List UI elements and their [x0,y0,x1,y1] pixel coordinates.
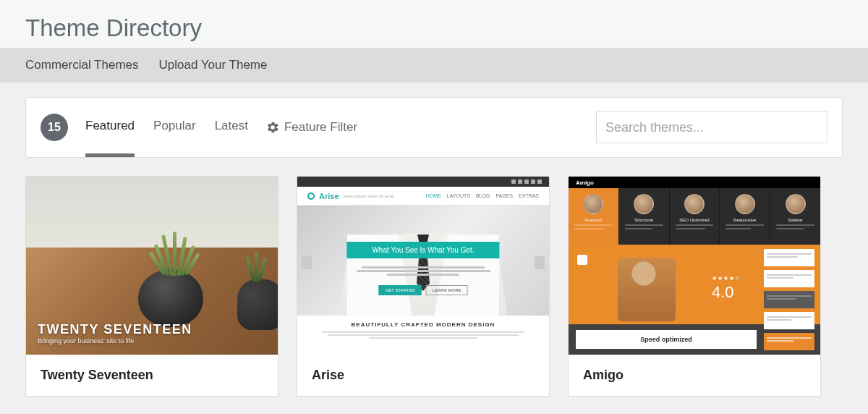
thumb-brand: Amigo [576,179,594,186]
thumb-bottom-card: Speed optimized [640,336,692,343]
upload-theme-link[interactable]: Upload Your Theme [159,58,268,72]
tab-latest[interactable]: Latest [215,109,248,146]
filter-tabs: Featured Popular Latest Feature Filter [85,109,357,146]
thumb-tagline: Bringing your business' site to life [38,337,192,345]
page-title: Theme Directory [25,14,843,42]
theme-count-badge: 15 [41,114,68,141]
filter-bar: 15 Featured Popular Latest Feature Filte… [25,97,843,158]
thumb-cta-primary: GET STARTED [378,285,421,295]
tab-popular[interactable]: Popular [153,109,196,146]
thumb-stars: ★★★★☆ [712,275,741,282]
theme-thumbnail: TWENTY SEVENTEEN Bringing your business'… [26,177,278,355]
gear-icon [267,122,278,133]
thumb-bottom-heading: BEAUTIFULLY CRAFTED MODERN DESIGN [306,321,540,328]
commercial-themes-link[interactable]: Commercial Themes [25,58,139,72]
theme-card-amigo[interactable]: Amigo Featured Structural SEO Optimized … [568,176,821,397]
tab-featured[interactable]: Featured [85,109,135,146]
thumb-hero-banner: What You See Is What You Get. [346,242,499,258]
thumb-headline: TWENTY SEVENTEEN [38,322,192,337]
search-input[interactable] [596,111,827,143]
theme-thumbnail: Amigo Featured Structural SEO Optimized … [569,177,820,355]
theme-name: Amigo [569,355,820,396]
theme-card-twenty-seventeen[interactable]: TWENTY SEVENTEEN Bringing your business'… [25,176,278,397]
thumb-cta-secondary: LEARN MORE [426,285,468,295]
theme-card-arise[interactable]: Arise lorem ipsum dolor sit amet HOME LA… [297,176,550,397]
theme-name: Arise [297,355,549,396]
thumb-rating-score: 4.0 [712,283,741,302]
feature-filter-label: Feature Filter [284,120,357,135]
subnav-bar: Commercial Themes Upload Your Theme [0,48,868,83]
logo-icon [307,193,315,200]
theme-thumbnail: Arise lorem ipsum dolor sit amet HOME LA… [297,177,549,355]
theme-grid: TWENTY SEVENTEEN Bringing your business'… [25,176,843,397]
page-header: Theme Directory [0,0,868,48]
thumb-brand: Arise [319,192,339,200]
theme-name: Twenty Seventeen [26,355,278,396]
feature-filter-button[interactable]: Feature Filter [267,120,357,135]
